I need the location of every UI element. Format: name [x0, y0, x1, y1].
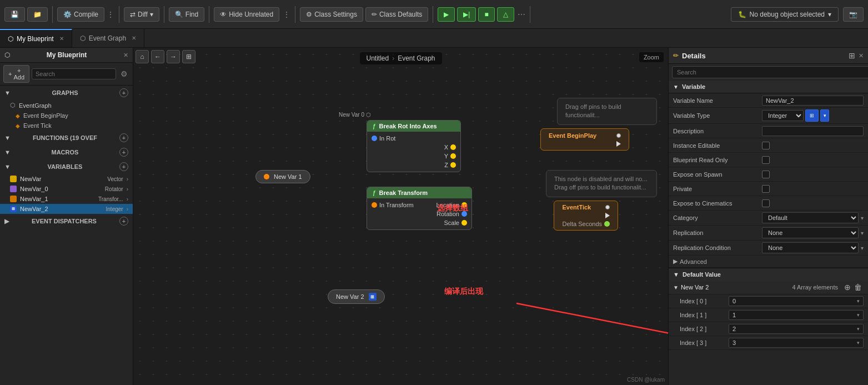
delta-seconds-row: Delta Seconds	[562, 221, 610, 227]
begin-play-icon: ◆	[16, 113, 20, 119]
find-button[interactable]: 🔍 Find	[169, 7, 204, 22]
hide-icon: 👁	[220, 11, 227, 18]
type-caret-button[interactable]: ▾	[820, 109, 829, 122]
compile-button[interactable]: ⚙️ Compile	[57, 7, 104, 22]
details-search-input[interactable]	[672, 66, 868, 78]
array-delete-button[interactable]: 🗑	[852, 283, 864, 292]
expose-spawn-checkbox[interactable]	[762, 171, 770, 178]
blueprint-tab[interactable]: ⬡ My Blueprint ✕	[0, 29, 72, 47]
newvar2-label: NewVar_2	[20, 206, 103, 212]
replication-select[interactable]: None Replicated RepNotify	[762, 227, 859, 238]
event-graph-tab[interactable]: ⬡ Event Graph ✕	[72, 29, 144, 47]
play-button[interactable]: ▶	[438, 7, 455, 22]
blueprint-read-only-value	[762, 156, 864, 164]
canvas[interactable]: ⌂ ← → ⊞ Untitled › Event Graph Zoom Drag…	[133, 48, 668, 385]
macros-add-button[interactable]: +	[119, 148, 128, 157]
newvar1-arrow: ›	[127, 196, 128, 202]
newvar1-compact-node[interactable]: New Var 1	[255, 170, 310, 183]
functions-section-header[interactable]: ▼ FUNCTIONS (19 OVEF +	[0, 131, 133, 145]
variables-add-button[interactable]: +	[119, 162, 128, 171]
camera-button[interactable]: 📷	[843, 7, 864, 22]
blueprint-tab-close[interactable]: ✕	[59, 36, 64, 42]
nav-forward-button[interactable]: →	[167, 50, 180, 63]
macros-section-header[interactable]: ▼ MACROS +	[0, 145, 133, 159]
index-3-row: Index [ 3 ] 3 ▾	[669, 336, 868, 350]
index-1-select[interactable]: 1 ▾	[729, 310, 864, 320]
break-t-loc-pin: Location	[436, 202, 467, 208]
variable-type-select[interactable]: Integer Boolean Float String Vector	[762, 110, 804, 121]
break-rot-node[interactable]: ƒ Break Rot Into Axes In Rot X	[367, 120, 461, 172]
newvar0-item[interactable]: NewVar_0 Rotator ›	[0, 184, 133, 194]
event-begin-play-item[interactable]: ◆ Event BeginPlay	[0, 111, 133, 121]
event-begin-play-node[interactable]: Event BeginPlay	[540, 128, 629, 151]
event-graph-item[interactable]: ⬡ EventGraph	[0, 100, 133, 111]
nav-home-button[interactable]: ⌂	[136, 50, 149, 63]
compile-more[interactable]: ⋮	[107, 10, 114, 19]
variable-type-value-container: Integer Boolean Float String Vector ⊞ ▾	[762, 109, 864, 122]
advanced-row[interactable]: ▶ Advanced	[669, 256, 868, 268]
default-value-header[interactable]: ▼ Default Value	[669, 268, 868, 281]
breadcrumb: Untitled › Event Graph	[359, 52, 441, 64]
event-dispatchers-add-button[interactable]: +	[119, 217, 128, 226]
event-graph-tab-close[interactable]: ✕	[132, 35, 136, 41]
newvar2-item[interactable]: ⊞ NewVar_2 Integer ›	[0, 204, 133, 214]
step-icon: ▶|	[463, 11, 470, 18]
class-settings-label: Class Settings	[314, 11, 357, 18]
event-tick-label: Event Tick	[23, 122, 52, 129]
settings-icon[interactable]: ⚙	[118, 68, 130, 79]
newvar2-compact-node[interactable]: New Var 2 ⊞	[328, 289, 385, 304]
step-button[interactable]: ▶|	[457, 7, 476, 22]
event-tick-item[interactable]: ◆ Event Tick	[0, 121, 133, 131]
save-button[interactable]: 💾	[4, 7, 25, 22]
index-0-select[interactable]: 0 ▾	[729, 296, 864, 306]
blueprint-read-only-checkbox[interactable]	[762, 156, 770, 164]
expose-cinematics-checkbox[interactable]	[762, 199, 770, 207]
break-rot-z-label: Z	[444, 162, 448, 168]
functions-add-button[interactable]: +	[119, 133, 128, 142]
type-grid-button[interactable]: ⊞	[805, 109, 819, 122]
advanced-collapse-icon: ▶	[673, 258, 678, 265]
class-settings-button[interactable]: ⚙ Class Settings	[300, 7, 363, 22]
play-more[interactable]: ⋯	[518, 10, 525, 19]
left-panel-close[interactable]: ✕	[123, 52, 128, 59]
nav-grid-button[interactable]: ⊞	[182, 50, 195, 63]
stop-button[interactable]: ■	[478, 7, 494, 22]
newvar1-item[interactable]: NewVar_1 Transfor... ›	[0, 194, 133, 204]
array-add-button[interactable]: ⊕	[842, 283, 852, 292]
instance-editable-checkbox[interactable]	[762, 142, 770, 149]
break-t-scale-label: Scale	[444, 219, 459, 226]
description-input[interactable]	[762, 126, 864, 136]
details-close[interactable]: ✕	[859, 52, 864, 59]
break-transform-node[interactable]: ƒ Break Transform In Transform Location	[367, 187, 472, 230]
nav-back-button[interactable]: ←	[151, 50, 164, 63]
breadcrumb-current: Event Graph	[398, 54, 435, 62]
private-checkbox[interactable]	[762, 185, 770, 193]
event-tick-node[interactable]: EventTick Delta Seconds	[554, 201, 618, 231]
event-dispatchers-header[interactable]: ▶ EVENT DISPATCHERS +	[0, 214, 133, 228]
add-button[interactable]: + + Add	[3, 65, 29, 83]
content-browser-icon: 📁	[33, 11, 42, 18]
category-value-container: Default ▾	[762, 212, 864, 223]
graphs-add-button[interactable]: +	[119, 88, 128, 97]
class-defaults-button[interactable]: ✏ Class Defaults	[365, 7, 428, 22]
index-2-select[interactable]: 2 ▾	[729, 324, 864, 334]
variable-section-header[interactable]: ▼ Variable	[669, 81, 868, 93]
index-1-value: 1	[732, 312, 736, 318]
eject-button[interactable]: △	[497, 7, 514, 22]
graphs-section-header[interactable]: ▼ GRAPHS +	[0, 86, 133, 100]
replication-condition-select[interactable]: None	[762, 242, 859, 253]
content-browser-button[interactable]: 📁	[27, 7, 48, 22]
blueprint-search-input[interactable]	[32, 68, 116, 79]
hide-unrelated-button[interactable]: 👁 Hide Unrelated	[214, 7, 279, 22]
newvar-item[interactable]: NewVar Vector ›	[0, 174, 133, 184]
details-layout-icon[interactable]: ⊞	[849, 51, 855, 60]
hide-more[interactable]: ⋮	[283, 10, 290, 19]
diff-button[interactable]: ⇄ Diff ▾	[124, 7, 159, 22]
index-3-select[interactable]: 3 ▾	[729, 338, 864, 348]
variable-name-input[interactable]	[762, 96, 864, 106]
play-icon: ▶	[444, 11, 449, 18]
category-select[interactable]: Default	[762, 212, 859, 223]
debug-object-button[interactable]: 🐛 No debug object selected ▾	[731, 7, 839, 22]
variables-section-header[interactable]: ▼ VARIABLES +	[0, 159, 133, 174]
diff-label: Diff	[138, 11, 148, 18]
